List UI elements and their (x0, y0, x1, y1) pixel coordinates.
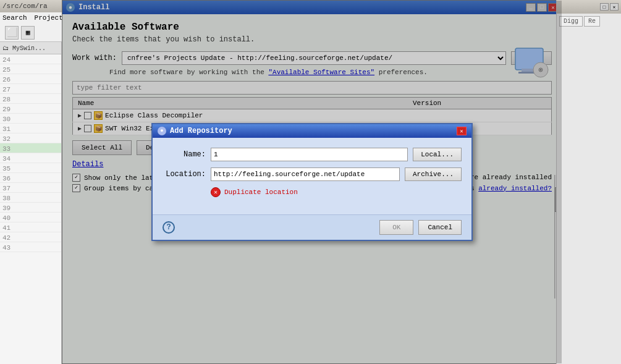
toolbar-icon-1[interactable]: ⬜ (5, 26, 19, 40)
toolbar-icon-2[interactable]: ▦ (21, 26, 35, 40)
line-number-39: 39 (0, 203, 61, 213)
right-panel-content: Digg Re (557, 14, 621, 32)
dialog-location-label: Location: (163, 170, 206, 179)
dialog-name-label: Name: (163, 150, 206, 159)
dialog-ok-button[interactable]: OK (379, 220, 413, 235)
help-button[interactable]: ? (163, 221, 175, 234)
archive-button[interactable]: Archive... (405, 167, 462, 181)
line-number-38: 38 (0, 193, 61, 203)
ide-background: /src/com/ra Search Project ⬜ ▦ 🗂 MySwin.… (0, 0, 621, 364)
dialog-title-icon: ● (158, 127, 166, 135)
tab-re[interactable]: Re (584, 16, 600, 27)
tab-row: Digg Re (559, 16, 619, 27)
install-window: ● Install _ □ ✕ Available S (62, 0, 562, 364)
line-numbers-panel: 🗂 MySwin... 24 25 26 27 28 29 30 31 32 3… (0, 42, 62, 364)
ide-title: /src/com/ra (2, 2, 48, 10)
line-number-33: 33 (0, 143, 61, 153)
line-number-30: 30 (0, 114, 61, 124)
line-number-42: 42 (0, 232, 61, 242)
line-number-25: 25 (0, 64, 61, 74)
dialog-title: Add Repository (170, 127, 232, 135)
dialog-footer: ? OK Cancel (153, 214, 471, 240)
line-number-29: 29 (0, 104, 61, 114)
dialog-location-row: Location: Archive... (163, 167, 462, 181)
error-icon: ✕ (211, 187, 221, 197)
line-number-43: 43 (0, 242, 61, 252)
line-number-37: 37 (0, 183, 61, 193)
line-number-28: 28 (0, 94, 61, 104)
line-number-34: 34 (0, 153, 61, 163)
dialog-close-button[interactable]: ✕ (457, 127, 467, 135)
line-number-35: 35 (0, 163, 61, 173)
dialog-location-input[interactable] (211, 167, 400, 181)
line-number-41: 41 (0, 222, 61, 232)
rp-btn-1[interactable]: □ (600, 3, 609, 11)
dialog-action-buttons: OK Cancel (379, 220, 462, 235)
dialog-name-input[interactable] (211, 148, 408, 161)
line-number-24: 24 (0, 54, 61, 64)
dialog-cancel-button[interactable]: Cancel (418, 220, 462, 235)
help-symbol: ? (166, 223, 171, 232)
myswing-label: 🗂 MySwin... (2, 44, 46, 52)
line-number-26: 26 (0, 74, 61, 84)
error-row: ✕ Duplicate location (163, 187, 462, 197)
menu-project[interactable]: Project (35, 14, 63, 22)
dialog-name-row: Name: Local... (163, 148, 462, 161)
local-button[interactable]: Local... (413, 148, 462, 161)
line-number-27: 27 (0, 84, 61, 94)
rp-btn-2[interactable]: ✕ (610, 3, 619, 11)
right-panel-controls: □ ✕ (557, 0, 621, 14)
dialog-titlebar: ● Add Repository ✕ (153, 124, 471, 138)
right-panel: □ ✕ Digg Re (556, 0, 621, 364)
line-number-31: 31 (0, 124, 61, 133)
tab-digg[interactable]: Digg (559, 16, 583, 27)
line-number-40: 40 (0, 213, 61, 222)
dialog-body: Name: Local... Location: Archive... ✕ Du… (153, 138, 471, 214)
add-repository-dialog: ● Add Repository ✕ Name: Local... Locati… (151, 123, 473, 241)
error-message: Duplicate location (224, 188, 298, 196)
dialog-overlay: ● Add Repository ✕ Name: Local... Locati… (62, 1, 562, 363)
line-number-32: 32 (0, 133, 61, 143)
line-number-36: 36 (0, 173, 61, 183)
menu-search[interactable]: Search (2, 14, 27, 22)
